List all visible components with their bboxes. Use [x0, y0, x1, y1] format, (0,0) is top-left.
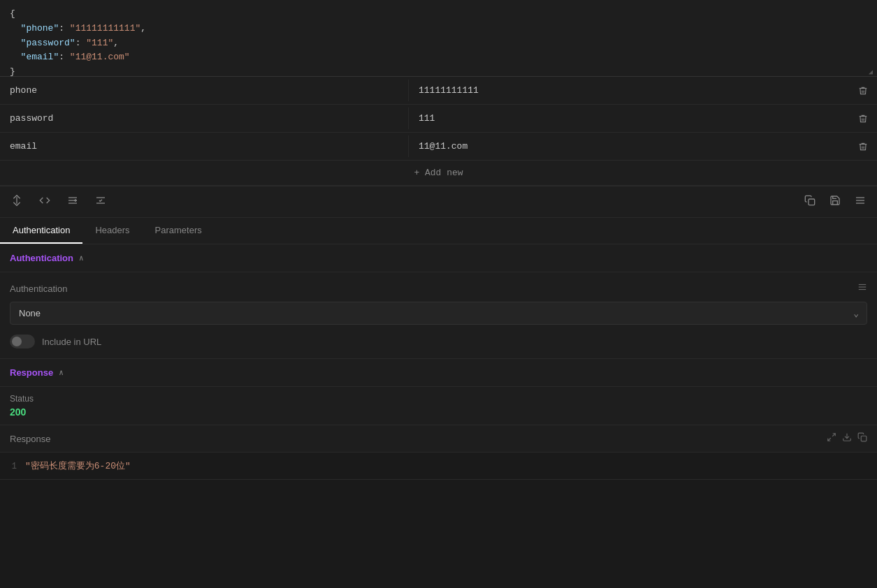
resize-handle[interactable]: ◢ [869, 68, 873, 76]
delete-email-button[interactable] [849, 142, 877, 152]
add-new-label: + Add new [414, 168, 463, 178]
response-section: Response ∧ Status 200 Response [0, 359, 877, 480]
tab-authentication[interactable]: Authentication [0, 218, 82, 244]
save-icon[interactable] [827, 192, 843, 212]
copy-icon[interactable] [802, 192, 818, 212]
response-collapse-icon: ∧ [59, 368, 64, 377]
auth-label: Authentication [10, 284, 67, 294]
auth-section-header[interactable]: Authentication ∧ [0, 244, 877, 272]
toggle-label: Include in URL [42, 337, 101, 347]
status-label: Status [10, 394, 867, 404]
auth-collapse-icon: ∧ [79, 253, 84, 263]
status-row: Status 200 [0, 387, 877, 425]
code-icon[interactable] [36, 192, 53, 212]
tab-headers[interactable]: Headers [82, 218, 142, 244]
table-row: password 111 [0, 105, 877, 133]
include-in-url-toggle[interactable] [10, 335, 35, 348]
svg-rect-18 [861, 436, 867, 441]
copy-response-icon[interactable] [857, 432, 867, 445]
response-code-area: 1 "密码长度需要为6-20位" [0, 453, 877, 479]
param-value-phone: 11111111111 [409, 80, 849, 101]
sort-icon[interactable] [8, 192, 25, 212]
param-key-password: password [0, 108, 409, 129]
line-number-1: 1 [0, 462, 25, 471]
param-key-email: email [0, 135, 409, 157]
auth-menu-icon[interactable] [857, 282, 867, 295]
response-section-title: Response [10, 367, 53, 378]
param-value-password: 111 [409, 108, 849, 129]
svg-line-16 [828, 438, 831, 441]
auth-content: Authentication None Basic Auth Bearer To… [0, 272, 877, 359]
status-value: 200 [10, 406, 867, 418]
json-editor[interactable]: { "phone": "11111111111", "password": "1… [0, 0, 877, 77]
auth-section: Authentication ∧ Authentication None Bas… [0, 244, 877, 359]
param-value-email: 11@11.com [409, 135, 849, 157]
tabs-bar: Authentication Headers Parameters [0, 218, 877, 244]
tab-parameters[interactable]: Parameters [143, 218, 215, 244]
json-content: { "phone": "11111111111", "password": "1… [10, 7, 867, 77]
auth-section-title: Authentication [10, 253, 73, 263]
params-table: phone 11111111111 password 111 email 11@… [0, 77, 877, 186]
auth-label-row: Authentication [10, 282, 867, 295]
line-content-1: "密码长度需要为6-20位" [25, 460, 131, 472]
delete-password-button[interactable] [849, 114, 877, 124]
delete-phone-button[interactable] [849, 86, 877, 96]
response-body-section: Response [0, 425, 877, 480]
response-body-actions [827, 432, 867, 445]
response-body-label: Response [10, 434, 51, 444]
auth-type-select[interactable]: None Basic Auth Bearer Token API Key [10, 302, 867, 325]
toolbar-left [8, 192, 109, 212]
toolbar [0, 186, 877, 218]
table-row: email 11@11.com [0, 133, 877, 161]
param-key-phone: phone [0, 80, 409, 101]
auth-select-wrapper: None Basic Auth Bearer Token API Key [10, 302, 867, 325]
response-body-header: Response [0, 425, 877, 453]
menu-icon[interactable] [852, 192, 869, 212]
check-list-icon[interactable] [92, 192, 109, 212]
svg-rect-8 [809, 199, 815, 205]
expand-icon[interactable] [827, 432, 836, 445]
code-line-1: 1 "密码长度需要为6-20位" [0, 458, 877, 473]
svg-line-15 [832, 434, 835, 436]
add-line-icon[interactable] [64, 192, 81, 212]
add-new-button[interactable]: + Add new [0, 161, 877, 185]
toggle-row: Include in URL [10, 335, 867, 348]
download-icon[interactable] [842, 432, 852, 445]
table-row: phone 11111111111 [0, 77, 877, 105]
toolbar-right [802, 192, 869, 212]
response-section-header[interactable]: Response ∧ [0, 359, 877, 387]
